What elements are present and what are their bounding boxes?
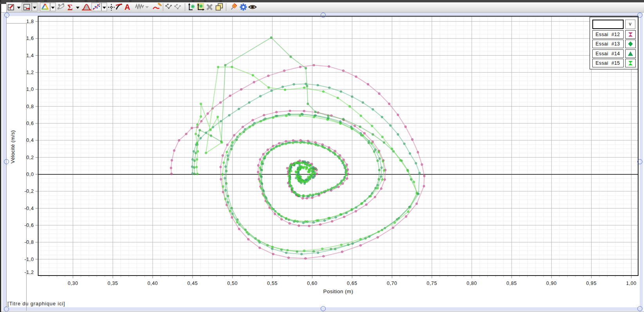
svg-text:0,90: 0,90 [546,281,557,286]
svg-text:1,8: 1,8 [26,19,34,24]
svg-text:0,30: 0,30 [68,281,78,286]
svg-text:0,6: 0,6 [26,121,34,126]
svg-text:-1,2: -1,2 [25,270,34,275]
svg-text:0,65: 0,65 [347,281,357,286]
svg-text:1,4: 1,4 [26,53,34,58]
svg-text:1,6: 1,6 [26,36,34,41]
svg-text:0,45: 0,45 [188,281,198,286]
svg-text:0,4: 0,4 [26,138,34,143]
svg-text:1,00: 1,00 [626,281,637,286]
svg-text:1,0: 1,0 [26,87,34,92]
svg-text:0,60: 0,60 [307,281,317,286]
svg-text:1,2: 1,2 [26,70,34,75]
svg-text:0,0: 0,0 [26,172,34,177]
svg-text:0,2: 0,2 [26,155,34,160]
svg-text:0,40: 0,40 [148,281,158,286]
svg-text:0,80: 0,80 [467,281,477,286]
svg-text:0,35: 0,35 [108,281,118,286]
svg-text:0,75: 0,75 [427,281,437,286]
svg-text:-0,2: -0,2 [25,189,34,194]
svg-text:0,50: 0,50 [227,281,238,286]
svg-text:-1,0: -1,0 [25,257,34,262]
svg-text:0,8: 0,8 [26,104,34,109]
svg-text:-0,4: -0,4 [25,206,34,211]
svg-text:0,85: 0,85 [507,281,517,286]
svg-text:-0,8: -0,8 [25,239,34,245]
svg-text:0,95: 0,95 [586,281,597,286]
svg-text:-0,6: -0,6 [25,223,34,228]
svg-text:0,70: 0,70 [387,281,397,286]
svg-text:0,55: 0,55 [267,281,278,286]
